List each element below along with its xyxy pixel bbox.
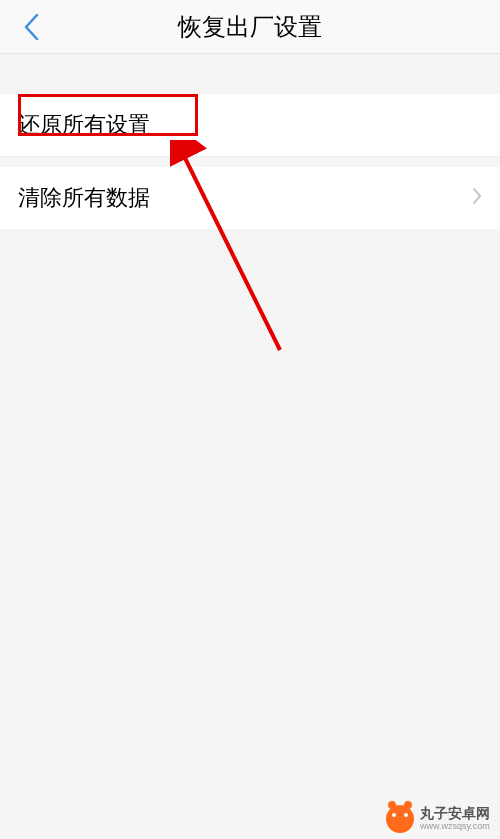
header-bar: 恢复出厂设置 (0, 0, 500, 54)
list-separator (0, 157, 500, 167)
watermark: 丸子安卓网 www.wzsqsy.com (386, 805, 490, 833)
content-area: 还原所有设置 清除所有数据 (0, 54, 500, 229)
reset-all-settings-item[interactable]: 还原所有设置 (0, 94, 500, 157)
list-item-label: 还原所有设置 (18, 110, 150, 140)
back-chevron-icon (23, 13, 39, 41)
chevron-right-icon (472, 187, 482, 210)
watermark-text: 丸子安卓网 www.wzsqsy.com (420, 806, 490, 831)
back-button[interactable] (16, 12, 46, 42)
watermark-logo-icon (386, 805, 414, 833)
erase-all-data-item[interactable]: 清除所有数据 (0, 167, 500, 229)
watermark-name: 丸子安卓网 (420, 806, 490, 821)
list-item-label: 清除所有数据 (18, 183, 150, 213)
page-title: 恢复出厂设置 (0, 11, 500, 43)
watermark-url: www.wzsqsy.com (420, 822, 490, 832)
